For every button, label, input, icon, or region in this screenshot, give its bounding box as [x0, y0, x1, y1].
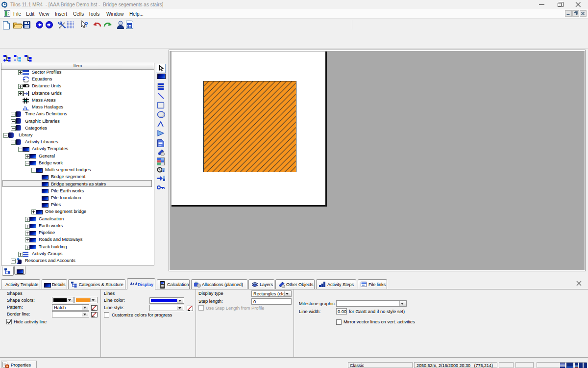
svg-text:?: ?: [84, 21, 88, 28]
